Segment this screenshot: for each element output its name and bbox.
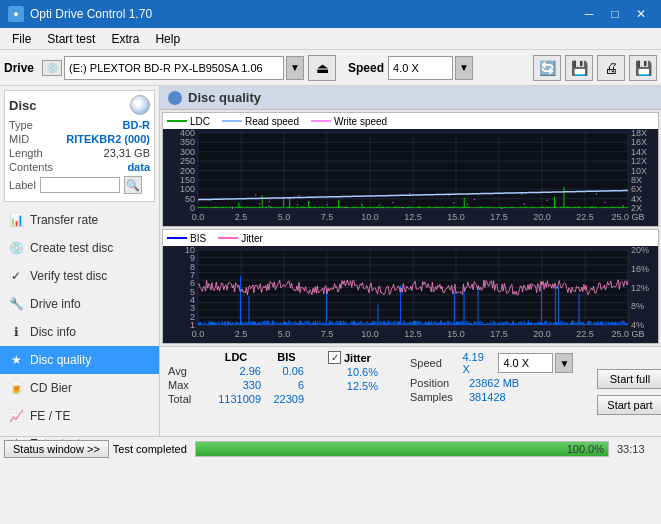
legend-jitter-label: Jitter <box>241 233 263 244</box>
speed-select-val: 4.0 X <box>503 357 529 369</box>
legend-bis-label: BIS <box>190 233 206 244</box>
title-bar: ● Opti Drive Control 1.70 ─ □ ✕ <box>0 0 661 28</box>
nav-label-drive-info: Drive info <box>30 297 81 311</box>
stats-col-jitter: ✓ Jitter 10.6% 12.5% <box>328 351 378 392</box>
drive-dropdown-arrow[interactable]: ▼ <box>286 56 304 80</box>
samples-row: Samples 381428 <box>410 391 573 403</box>
speed-select-stats: 4.0 X ▼ <box>498 353 573 373</box>
speed-dropdown[interactable]: 4.0 X <box>388 56 453 80</box>
sidebar-item-create-test-disc[interactable]: 💿 Create test disc <box>0 234 159 262</box>
bis-header: BIS <box>269 351 304 363</box>
stats-col-main: LDC BIS Avg 2.96 0.06 Max 330 6 Total 11… <box>168 351 304 405</box>
disc-type-value: BD-R <box>123 119 151 131</box>
nav-label-create-test-disc: Create test disc <box>30 241 113 255</box>
progress-bar-container: 100.0% <box>195 441 609 457</box>
sidebar-item-transfer-rate[interactable]: 📊 Transfer rate <box>0 206 159 234</box>
disc-title: Disc <box>9 98 36 113</box>
start-part-button[interactable]: Start part <box>597 395 661 415</box>
legend-jitter-color <box>218 237 238 239</box>
main-layout: Disc Type BD-R MID RITEKBR2 (000) Length… <box>0 86 661 436</box>
ldc-avg: 2.96 <box>211 365 261 377</box>
legend-bis: BIS <box>167 233 206 244</box>
toolbar-btn4[interactable]: 💾 <box>629 55 657 81</box>
menu-help[interactable]: Help <box>147 30 188 48</box>
jitter-label: Jitter <box>344 352 371 364</box>
jitter-max: 12.5% <box>328 380 378 392</box>
position-label: Position <box>410 377 465 389</box>
speed-label: Speed <box>348 61 384 75</box>
speed-row: Speed 4.19 X 4.0 X ▼ <box>410 351 573 375</box>
legend-write-speed: Write speed <box>311 116 387 127</box>
progress-text: 100.0% <box>567 443 604 455</box>
sidebar-item-disc-info[interactable]: ℹ Disc info <box>0 318 159 346</box>
disc-label-btn[interactable]: 🔍 <box>124 176 142 194</box>
speed-stats-arrow[interactable]: ▼ <box>555 353 573 373</box>
verify-test-disc-icon: ✓ <box>8 268 24 284</box>
disc-length-row: Length 23,31 GB <box>9 147 150 159</box>
disc-label-input[interactable] <box>40 177 120 193</box>
drive-icon: 💿 <box>42 60 62 76</box>
top-chart-area <box>163 129 658 226</box>
bottom-chart-area <box>163 246 658 343</box>
eject-button[interactable]: ⏏ <box>308 55 336 81</box>
speed-dropdown-stats[interactable]: 4.0 X <box>498 353 553 373</box>
speed-select-container: 4.0 X ▼ <box>388 56 473 80</box>
stats-max-row: Max 330 6 <box>168 379 304 391</box>
sidebar-item-disc-quality[interactable]: ★ Disc quality <box>0 346 159 374</box>
sidebar-item-fe-te[interactable]: 📈 FE / TE <box>0 402 159 430</box>
max-label: Max <box>168 379 203 391</box>
top-chart-legend: LDC Read speed Write speed <box>163 113 658 129</box>
stats-total-row: Total 1131009 22309 <box>168 393 304 405</box>
content-title: Disc quality <box>188 90 261 105</box>
samples-label: Samples <box>410 391 465 403</box>
maximize-button[interactable]: □ <box>603 5 627 23</box>
nav-label-disc-quality: Disc quality <box>30 353 91 367</box>
minimize-button[interactable]: ─ <box>577 5 601 23</box>
menu-start-test[interactable]: Start test <box>39 30 103 48</box>
disc-label-label: Label <box>9 179 36 191</box>
status-text: Test completed <box>113 443 187 455</box>
progress-bar-fill <box>196 442 608 456</box>
legend-jitter: Jitter <box>218 233 263 244</box>
close-button[interactable]: ✕ <box>629 5 653 23</box>
toolbar-btn2[interactable]: 💾 <box>565 55 593 81</box>
toolbar-btn3[interactable]: 🖨 <box>597 55 625 81</box>
legend-write-speed-label: Write speed <box>334 116 387 127</box>
sidebar-item-cd-bier[interactable]: 🍺 CD Bier <box>0 374 159 402</box>
speed-value: 4.0 X <box>393 62 419 74</box>
disc-mid-row: MID RITEKBR2 (000) <box>9 133 150 145</box>
disc-length-value: 23,31 GB <box>104 147 150 159</box>
jitter-checkbox[interactable]: ✓ Jitter <box>328 351 371 364</box>
disc-contents-row: Contents data <box>9 161 150 173</box>
legend-read-speed: Read speed <box>222 116 299 127</box>
status-bar: Status window >> Test completed 100.0% 3… <box>0 436 661 460</box>
stats-bar: LDC BIS Avg 2.96 0.06 Max 330 6 Total 11… <box>160 346 661 436</box>
app-icon: ● <box>8 6 24 22</box>
bottom-chart-canvas <box>163 246 658 343</box>
disc-contents-label: Contents <box>9 161 53 173</box>
menu-file[interactable]: File <box>4 30 39 48</box>
jitter-avg-row: 10.6% <box>328 366 378 378</box>
disc-type-label: Type <box>9 119 33 131</box>
sidebar-item-drive-info[interactable]: 🔧 Drive info <box>0 290 159 318</box>
legend-write-speed-color <box>311 120 331 122</box>
disc-mid-value: RITEKBR2 (000) <box>66 133 150 145</box>
drive-select-container: 💿 (E:) PLEXTOR BD-R PX-LB950SA 1.06 ▼ <box>42 56 304 80</box>
sidebar-item-verify-test-disc[interactable]: ✓ Verify test disc <box>0 262 159 290</box>
start-full-button[interactable]: Start full <box>597 369 661 389</box>
stats-headers: LDC BIS <box>168 351 304 363</box>
drive-dropdown[interactable]: (E:) PLEXTOR BD-R PX-LB950SA 1.06 <box>64 56 284 80</box>
disc-label-row: Label 🔍 <box>9 176 150 194</box>
top-chart-canvas <box>163 129 658 226</box>
disc-length-label: Length <box>9 147 43 159</box>
speed-dropdown-arrow[interactable]: ▼ <box>455 56 473 80</box>
toolbar-btn1[interactable]: 🔄 <box>533 55 561 81</box>
nav-label-transfer-rate: Transfer rate <box>30 213 98 227</box>
status-window-button[interactable]: Status window >> <box>4 440 109 458</box>
disc-contents-value: data <box>127 161 150 173</box>
disc-type-row: Type BD-R <box>9 119 150 131</box>
disc-info-icon: ℹ <box>8 324 24 340</box>
position-value: 23862 MB <box>469 377 519 389</box>
jitter-header-row: ✓ Jitter <box>328 351 378 364</box>
menu-extra[interactable]: Extra <box>103 30 147 48</box>
